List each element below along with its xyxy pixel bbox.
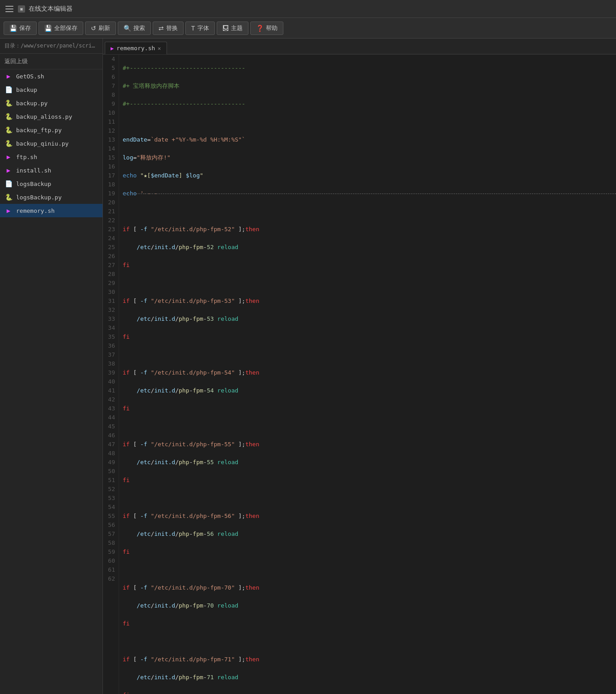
save-all-button[interactable]: 💾 全部保存 xyxy=(38,22,83,35)
sidebar-directory: 目录：/www/server/panel/script xyxy=(0,39,103,54)
search-label: 搜索 xyxy=(133,24,145,32)
refresh-label: 刷新 xyxy=(98,24,110,32)
file-name: backup_qiniu.py xyxy=(16,140,68,147)
file-name: backup_ftp.py xyxy=(16,127,62,134)
file-item-backup-ftp[interactable]: 🐍 backup_ftp.py xyxy=(0,123,103,137)
file-list: ▶ GetOS.sh 📄 backup 🐍 backup.py 🐍 backup… xyxy=(0,69,103,217)
file-name: backup xyxy=(16,86,37,93)
file-item-logsbackup[interactable]: 📄 logsBackup xyxy=(0,177,103,190)
replace-button[interactable]: ⇄ 替换 xyxy=(153,22,184,35)
save-all-icon: 💾 xyxy=(44,25,52,32)
line-numbers: 4567 891011 12131415 16171819 20212223 2… xyxy=(103,55,119,694)
editor-area: ▶ rememory.sh ✕ 4567 891011 12131415 161… xyxy=(103,39,616,694)
file-item-backup[interactable]: 📄 backup xyxy=(0,83,103,96)
file-item-ftp[interactable]: ▶ ftp.sh xyxy=(0,150,103,164)
refresh-icon: ↺ xyxy=(91,25,96,32)
file-item-backup-qiniu[interactable]: 🐍 backup_qiniu.py xyxy=(0,137,103,150)
file-name: rememory.sh xyxy=(16,207,55,214)
file-item-rememory[interactable]: ▶ rememory.sh xyxy=(0,204,103,217)
refresh-button[interactable]: ↺ 刷新 xyxy=(85,22,116,35)
file-name: ftp.sh xyxy=(16,154,37,160)
file-name: backup_alioss.py xyxy=(16,113,72,120)
back-link[interactable]: 返回上级 xyxy=(0,54,103,69)
search-button[interactable]: 🔍 搜索 xyxy=(118,22,151,35)
file-name: GetOS.sh xyxy=(16,73,44,80)
window-icon: ▣ xyxy=(18,5,25,13)
file-item-getos[interactable]: ▶ GetOS.sh xyxy=(0,69,103,83)
file-item-logsbackup-py[interactable]: 🐍 logsBackup.py xyxy=(0,190,103,204)
file-name: install.sh xyxy=(16,167,51,174)
tab-file-icon: ▶ xyxy=(111,45,114,52)
app-title: 在线文本编辑器 xyxy=(29,5,73,13)
py-icon: 🐍 xyxy=(4,99,13,107)
menu-icon[interactable] xyxy=(5,6,13,12)
font-button[interactable]: T 字体 xyxy=(185,22,215,35)
theme-button[interactable]: ⛾ 主题 xyxy=(217,22,248,35)
font-label: 字体 xyxy=(197,24,209,32)
help-icon: ❓ xyxy=(256,25,264,32)
font-icon: T xyxy=(191,25,195,32)
save-all-label: 全部保存 xyxy=(54,24,77,32)
sh-icon: ▶ xyxy=(4,72,13,80)
tab-rememory[interactable]: ▶ rememory.sh ✕ xyxy=(105,42,167,54)
file-item-backup-alioss[interactable]: 🐍 backup_alioss.py xyxy=(0,110,103,123)
save-button[interactable]: 💾 保存 xyxy=(4,22,37,35)
py-icon: 🐍 xyxy=(4,112,13,121)
tab-filename: rememory.sh xyxy=(116,45,155,52)
tab-close-button[interactable]: ✕ xyxy=(158,45,161,52)
txt-icon: 📄 xyxy=(4,180,13,188)
file-name: logsBackup xyxy=(16,181,51,187)
theme-label: 主题 xyxy=(231,24,243,32)
main-area: 目录：/www/server/panel/script 返回上级 ▶ GetOS… xyxy=(0,39,616,694)
py-icon: 🐍 xyxy=(4,126,13,134)
tab-bar: ▶ rememory.sh ✕ xyxy=(103,39,616,55)
sidebar: 目录：/www/server/panel/script 返回上级 ▶ GetOS… xyxy=(0,39,103,694)
sh-icon: ▶ xyxy=(4,207,13,215)
sh-icon: ▶ xyxy=(4,153,13,161)
file-name: logsBackup.py xyxy=(16,194,62,201)
py-icon: 🐍 xyxy=(4,139,13,147)
replace-label: 替换 xyxy=(166,24,178,32)
save-icon: 💾 xyxy=(9,25,17,32)
txt-icon: 📄 xyxy=(4,86,13,94)
search-icon: 🔍 xyxy=(124,25,131,32)
sh-icon: ▶ xyxy=(4,166,13,174)
file-name: backup.py xyxy=(16,100,47,107)
file-item-install[interactable]: ▶ install.sh xyxy=(0,164,103,177)
code-content[interactable]: #+--------------------------------- #+ 宝… xyxy=(119,55,616,694)
code-editor[interactable]: 4567 891011 12131415 16171819 20212223 2… xyxy=(103,55,616,694)
title-bar: ▣ 在线文本编辑器 xyxy=(0,0,616,18)
replace-icon: ⇄ xyxy=(158,25,164,32)
py-icon: 🐍 xyxy=(4,193,13,201)
help-label: 帮助 xyxy=(266,24,278,32)
save-label: 保存 xyxy=(19,24,31,32)
toolbar: 💾 保存 💾 全部保存 ↺ 刷新 🔍 搜索 ⇄ 替换 T 字体 ⛾ 主题 ❓ 帮… xyxy=(0,18,616,39)
theme-icon: ⛾ xyxy=(222,25,229,32)
help-button[interactable]: ❓ 帮助 xyxy=(250,22,283,35)
file-item-backup-py[interactable]: 🐍 backup.py xyxy=(0,96,103,110)
